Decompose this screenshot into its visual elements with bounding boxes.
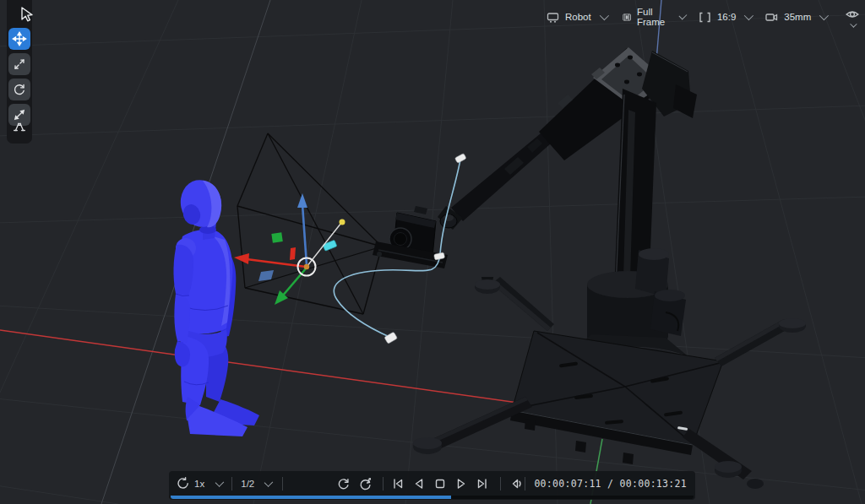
robot-icon [546, 10, 560, 24]
aspect-ratio-label: 16:9 [717, 12, 736, 22]
viewport-3d[interactable] [0, 0, 865, 504]
chevron-down-icon [678, 12, 687, 20]
divider [525, 477, 525, 490]
camera-settings-bar: Robot Full Frame 16:9 35mm [546, 8, 865, 26]
aspect-ratio-dropdown[interactable]: 16:9 [698, 10, 751, 24]
tool-rail [7, 0, 32, 144]
stop-button[interactable] [432, 476, 448, 491]
step-back-button[interactable] [411, 476, 427, 491]
rotate-tool[interactable] [8, 79, 30, 100]
rotate-icon [12, 82, 27, 97]
move-icon [12, 31, 27, 46]
expand-tool[interactable] [8, 53, 30, 75]
speed-chevron-icon[interactable] [215, 478, 225, 487]
robot-camera-studio-app: { "app": { "background": "#24262a" }, "l… [0, 0, 865, 504]
chevron-down-icon [744, 11, 753, 20]
divider [500, 477, 501, 490]
rig-tool[interactable] [10, 117, 29, 136]
keyframe-marker[interactable] [384, 332, 398, 344]
expand-icon [12, 57, 27, 72]
sensor-dropdown[interactable]: Full Frame [622, 7, 684, 27]
target-handle[interactable] [340, 219, 345, 225]
play-button[interactable] [454, 476, 469, 491]
sensor-dropdown-label: Full Frame [637, 7, 671, 27]
playback-speed-value[interactable]: 1x [194, 479, 204, 489]
timecode-current: 00:00:07:11 [534, 478, 601, 490]
step-chevron-icon[interactable] [264, 478, 274, 487]
frame-step-value[interactable]: 1/2 [241, 479, 254, 489]
robot-arm[interactable] [373, 47, 806, 489]
cursor-icon [19, 6, 34, 24]
rig-icon [12, 119, 27, 134]
eye-icon [845, 7, 860, 22]
timecode-display: 00:00:07:11 / 00:00:13:21 [534, 478, 687, 490]
divider [383, 477, 384, 490]
timecode-separator: / [601, 478, 620, 490]
loop-once-icon[interactable] [357, 476, 373, 491]
loop-icon[interactable] [335, 476, 351, 491]
divider [282, 477, 283, 490]
timeline-progress-fill [171, 496, 451, 499]
select-tool[interactable] [19, 6, 34, 24]
camera-head[interactable] [373, 206, 463, 268]
skip-start-button[interactable] [390, 476, 405, 491]
gizmo-center-dot [304, 264, 309, 269]
volume-button[interactable] [509, 476, 525, 491]
robot-dropdown[interactable]: Robot [546, 10, 607, 24]
chevron-down-icon [819, 11, 829, 20]
skip-end-button[interactable] [475, 476, 490, 491]
timecode-total: 00:00:13:21 [620, 478, 687, 490]
film-frame-icon [622, 10, 632, 24]
playback-speed-icon [176, 476, 190, 490]
visibility-toggle[interactable] [845, 7, 860, 28]
divider [231, 477, 232, 490]
aspect-brackets-icon [698, 10, 712, 24]
keyframe-marker[interactable] [454, 154, 466, 164]
focal-length-dropdown[interactable]: 35mm [764, 10, 826, 24]
gizmo-arrow-z[interactable] [297, 193, 307, 265]
gizmo-plane-y[interactable] [271, 232, 282, 243]
playback-panel: 1x 1/2 [169, 471, 695, 500]
camera-lens-icon [764, 10, 779, 24]
gizmo-plane-x[interactable] [290, 247, 296, 260]
robot-dropdown-label: Robot [565, 12, 591, 22]
move-tool[interactable] [8, 28, 30, 50]
axis-x-line [0, 330, 524, 404]
focal-length-label: 35mm [784, 12, 811, 22]
timeline-progress-track[interactable] [171, 496, 694, 499]
camera-frustum [237, 133, 382, 314]
chevron-down-icon [599, 11, 608, 20]
